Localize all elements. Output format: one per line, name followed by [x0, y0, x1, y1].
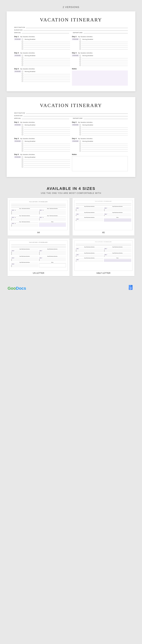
size-a5-thumb: Vacation Itinerary Day 1 My Vacation Act…: [74, 200, 132, 230]
size-us-letter: Vacation Itinerary Day 1 My Vacation Act…: [8, 238, 70, 276]
destination-field: DESTINATION: [14, 26, 128, 28]
doc-title-v1: Vacation Itinerary: [14, 17, 128, 23]
notes-block-v2: Notes: [72, 154, 128, 171]
v2-day5-block: Day 5 My Vacation Activities 07:30-8:30 …: [14, 154, 70, 171]
doc-title-v2: Vacation Itinerary: [14, 103, 128, 108]
v2-day3-block: Day 3 My Vacation Activities 07:30-8:30 …: [14, 138, 70, 152]
logo-docs: Docs: [16, 286, 26, 291]
arrival-field-v2: ARRIVAL: [14, 117, 69, 119]
size-a4-thumb: Vacation Itinerary Day 1 My Vacation Act…: [10, 200, 68, 230]
size-us-letter-thumb: Vacation Itinerary Day 1 My Vacation Act…: [10, 240, 68, 271]
v2-day4-block: Day 4 My Vacation Activities 07:30-8:30 …: [72, 138, 128, 152]
svg-rect-1: [129, 285, 132, 288]
notes-block-v1: Notes: [72, 68, 128, 86]
versions-label: 2 VERSIONS: [0, 4, 142, 11]
day1-block: Day 1 My Vacation Activities 07:30-8:30 …: [14, 36, 70, 50]
day5-notes-grid-v1: Day 5 My Vacation Activities 07:30-8:30 …: [14, 68, 128, 86]
size-half-letter-thumb: Vacation Itinerary Day 1 My Vacation Act…: [74, 240, 132, 271]
departure-field-v2: DEPARTURE: [73, 117, 128, 119]
day5-block: Day 5 My Vacation Activities 07:30-8:30 …: [14, 68, 70, 86]
days-grid-v2: Day 1 My Vacation Activities 07:30-8:30 …: [14, 121, 128, 152]
v2-day1-time-row: 07:30-8:30 Morning Breakfast: [14, 124, 70, 126]
departure-field: DEPARTURE: [73, 32, 128, 33]
days-grid-v1: Day 1 My Vacation Activities 07:30-8:30 …: [14, 36, 128, 66]
sizes-section: AVAILABLE IN 4 SIZES USE THE ONE YOU ARE…: [0, 183, 142, 282]
version2-card: Vacation Itinerary DESTINATION DURATION …: [7, 97, 135, 177]
size-half-letter: Vacation Itinerary Day 1 My Vacation Act…: [72, 238, 134, 276]
duration-field: DURATION: [14, 29, 128, 31]
day1-time-row: 07:30-8:30 Morning Breakfast: [14, 38, 70, 40]
day2-time-row: 07:30-8:30 Morning Breakfast: [72, 38, 128, 40]
arrival-departure-fields-v2: ARRIVAL DEPARTURE: [14, 117, 128, 119]
notes-area-v1: [72, 70, 128, 86]
day5-time-row: 07:30-8:30 Morning Breakfast: [14, 70, 70, 72]
duration-field-v2: DURATION: [14, 114, 128, 116]
svg-rect-3: [130, 288, 132, 288]
day3-block: Day 3 My Vacation Activities 07:30-8:30 …: [14, 52, 70, 66]
v2-day2-time-row: 07:30-8:30 Morning Breakfast: [72, 124, 128, 126]
size-a4: Vacation Itinerary Day 1 My Vacation Act…: [8, 198, 70, 236]
arrival-field: ARRIVAL: [14, 32, 69, 33]
size-a5-label: A5: [74, 231, 132, 234]
day3-time-row: 07:30-8:30 Morning Breakfast: [14, 54, 70, 56]
page-wrapper: 2 VERSIONS Vacation Itinerary DESTINATIO…: [0, 0, 142, 299]
size-us-letter-label: US LETTER: [10, 272, 68, 274]
google-docs-icon: [128, 284, 134, 292]
size-a5: Vacation Itinerary Day 1 My Vacation Act…: [72, 198, 134, 236]
footer: GooDocs: [0, 282, 142, 295]
arrival-departure-fields: ARRIVAL DEPARTURE: [14, 32, 128, 33]
v2-day3-time-row: 07:30-8:30 Morning Breakfast: [14, 140, 70, 142]
v2-day5-time-row: 07:30-8:30 Morning Breakfast: [14, 156, 70, 158]
v2-day2-block: Day 2 My Vacation Activities 07:30-8:30 …: [72, 121, 128, 136]
sizes-subtitle: USE THE ONE YOU ARE MOST COMFORTABLE WIT…: [0, 192, 142, 194]
day2-block: Day 2 My Vacation Activities 07:30-8:30 …: [72, 36, 128, 50]
svg-rect-5: [130, 289, 131, 290]
notes-area-v2: [72, 156, 128, 171]
size-a4-label: A4: [10, 231, 68, 234]
goodocs-logo[interactable]: GooDocs: [8, 286, 26, 291]
day5-notes-grid-v2: Day 5 My Vacation Activities 07:30-8:30 …: [14, 154, 128, 171]
svg-rect-4: [130, 288, 132, 289]
sizes-title: AVAILABLE IN 4 SIZES: [0, 186, 142, 191]
day4-block: Day 4 My Vacation Activities 07:30-8:30 …: [72, 52, 128, 66]
v2-day4-time-row: 07:30-8:30 Morning Breakfast: [72, 140, 128, 142]
v2-day1-block: Day 1 My Vacation Activities 07:30-8:30 …: [14, 121, 70, 136]
logo-goo: Goo: [8, 286, 16, 291]
day4-time-row: 07:30-8:30 Morning Breakfast: [72, 54, 128, 56]
sizes-grid: Vacation Itinerary Day 1 My Vacation Act…: [8, 198, 134, 276]
size-half-letter-label: HALF LETTER: [74, 272, 132, 274]
version1-card: Vacation Itinerary DESTINATION DURATION …: [7, 11, 135, 91]
destination-field-v2: DESTINATION: [14, 112, 128, 114]
